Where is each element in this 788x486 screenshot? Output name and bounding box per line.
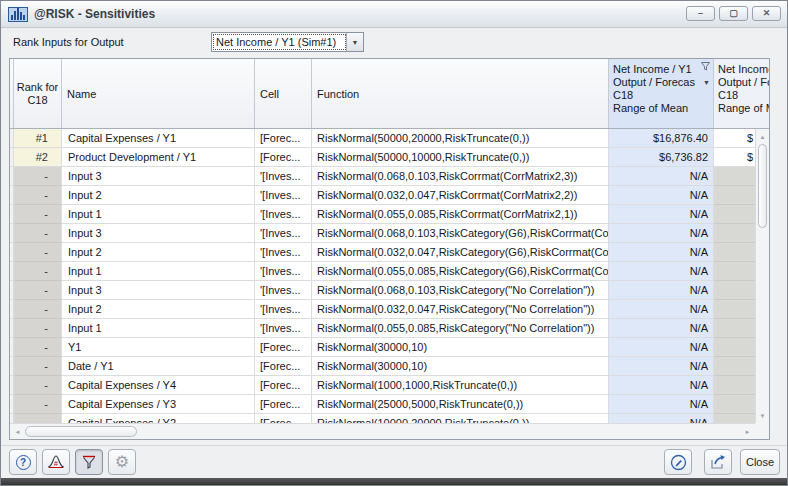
maximize-button[interactable]: ▢ bbox=[719, 6, 748, 21]
table-body: #1Capital Expenses / Y1[Forec...RiskNorm… bbox=[10, 129, 769, 423]
table-row[interactable]: -Input 3'[Inves...RiskNormal(0.068,0.103… bbox=[10, 167, 769, 186]
edit-report-button[interactable] bbox=[664, 449, 692, 475]
name-cell: Input 1 bbox=[62, 205, 255, 224]
cell-ref-cell: '[Inves... bbox=[255, 243, 312, 262]
cell-ref-cell: '[Inves... bbox=[255, 224, 312, 243]
bell-curve-icon: # bbox=[47, 454, 65, 470]
name-cell: Input 1 bbox=[62, 262, 255, 281]
column-header-output2[interactable]: Net Income / Output / For C18 Range of M… bbox=[714, 59, 769, 128]
sensitivities-table: Rank for C18 Name Cell Function Net Inco… bbox=[9, 58, 770, 440]
help-button[interactable]: ? bbox=[9, 449, 37, 475]
chevron-down-icon: ▼ bbox=[352, 39, 359, 46]
scroll-left-button[interactable]: ◄ bbox=[11, 424, 24, 439]
table-row[interactable]: -Capital Expenses / Y2[Forec...RiskNorma… bbox=[10, 414, 769, 423]
cell-ref-cell: [Forec... bbox=[255, 414, 312, 423]
range-of-mean-cell: N/A bbox=[609, 338, 714, 357]
table-row[interactable]: -Input 2'[Inves...RiskNormal(0.032,0.047… bbox=[10, 186, 769, 205]
rank-cell: - bbox=[14, 167, 62, 186]
filter-funnel-icon[interactable] bbox=[701, 61, 710, 74]
vertical-scrollbar[interactable]: ▲ ▼ bbox=[755, 129, 769, 423]
table-row[interactable]: -Input 1'[Inves...RiskNormal(0.055,0.085… bbox=[10, 262, 769, 281]
output1-line1: Net Income / Y1 bbox=[613, 63, 692, 76]
rank-cell: #2 bbox=[14, 148, 62, 167]
cell-ref-cell: '[Inves... bbox=[255, 167, 312, 186]
funnel-icon bbox=[81, 454, 97, 470]
range-of-mean-cell: N/A bbox=[609, 376, 714, 395]
column-header-output1[interactable]: Net Income / Y1 Output / Forecas C18 Ran… bbox=[609, 59, 714, 128]
horizontal-scrollbar[interactable]: ◄ ► bbox=[10, 423, 755, 439]
name-cell: Product Development / Y1 bbox=[62, 148, 255, 167]
filter-button[interactable] bbox=[75, 449, 103, 475]
maximize-icon: ▢ bbox=[729, 9, 738, 18]
table-row[interactable]: -Input 3'[Inves...RiskNormal(0.068,0.103… bbox=[10, 281, 769, 300]
name-cell: Capital Expenses / Y4 bbox=[62, 376, 255, 395]
export-arrow-icon bbox=[709, 454, 727, 470]
close-button[interactable]: Close bbox=[740, 449, 780, 475]
rank-header-line1: Rank for bbox=[17, 81, 59, 94]
rank-cell: - bbox=[14, 414, 62, 423]
table-row[interactable]: -Capital Expenses / Y4[Forec...RiskNorma… bbox=[10, 376, 769, 395]
column-header-rank[interactable]: Rank for C18 bbox=[14, 59, 62, 128]
rank-cell: - bbox=[14, 281, 62, 300]
table-header: Rank for C18 Name Cell Function Net Inco… bbox=[10, 59, 769, 129]
table-row[interactable]: -Date / Y1[Forec...RiskNormal(30000,10)N… bbox=[10, 357, 769, 376]
cell-ref-cell: [Forec... bbox=[255, 357, 312, 376]
help-icon: ? bbox=[16, 455, 31, 470]
table-row[interactable]: #1Capital Expenses / Y1[Forec...RiskNorm… bbox=[10, 129, 769, 148]
table-row[interactable]: -Input 1'[Inves...RiskNormal(0.055,0.085… bbox=[10, 319, 769, 338]
rank-cell: - bbox=[14, 224, 62, 243]
cell-ref-cell: '[Inves... bbox=[255, 262, 312, 281]
table-row[interactable]: -Y1[Forec...RiskNormal(30000,10)N/A bbox=[10, 338, 769, 357]
name-cell: Input 3 bbox=[62, 281, 255, 300]
table-row[interactable]: -Input 1'[Inves...RiskNormal(0.055,0.085… bbox=[10, 205, 769, 224]
range-of-mean-cell: N/A bbox=[609, 243, 714, 262]
function-cell: RiskNormal(30000,10) bbox=[312, 357, 609, 376]
table-row[interactable]: -Input 2'[Inves...RiskNormal(0.032,0.047… bbox=[10, 300, 769, 319]
name-cell: Capital Expenses / Y2 bbox=[62, 414, 255, 423]
rank-cell: - bbox=[14, 186, 62, 205]
table-row[interactable]: -Input 3'[Inves...RiskNormal(0.068,0.103… bbox=[10, 224, 769, 243]
rank-inputs-label: Rank Inputs for Output bbox=[13, 33, 124, 52]
table-row[interactable]: -Capital Expenses / Y3[Forec...RiskNorma… bbox=[10, 395, 769, 414]
function-cell: RiskNormal(0.055,0.085,RiskCorrmat(CorrM… bbox=[312, 205, 609, 224]
scroll-up-button[interactable]: ▲ bbox=[756, 130, 769, 143]
vertical-scroll-thumb[interactable] bbox=[758, 144, 767, 228]
export-button[interactable] bbox=[704, 449, 732, 475]
output-selector-value: Net Income / Y1 (Sim#1) bbox=[213, 34, 346, 50]
cell-ref-cell: '[Inves... bbox=[255, 300, 312, 319]
rank-cell: - bbox=[14, 376, 62, 395]
cell-ref-cell: [Forec... bbox=[255, 376, 312, 395]
column-header-cell[interactable]: Cell bbox=[255, 59, 312, 128]
window-close-button[interactable]: ✕ bbox=[752, 6, 781, 21]
range-of-mean-cell: $16,876.40 bbox=[609, 129, 714, 148]
titlebar[interactable]: @RISK - Sensitivities – ▢ ✕ bbox=[1, 1, 787, 28]
close-icon: ✕ bbox=[763, 9, 771, 18]
sort-arrow-icon[interactable]: ▼ bbox=[703, 76, 710, 89]
output-selector-dropdown-button[interactable]: ▼ bbox=[346, 33, 363, 51]
distribution-button[interactable]: # bbox=[42, 449, 70, 475]
table-row[interactable]: #2Product Development / Y1[Forec...RiskN… bbox=[10, 148, 769, 167]
output1-line4: Range of Mean bbox=[613, 102, 688, 115]
output-selector[interactable]: Net Income / Y1 (Sim#1) ▼ bbox=[211, 32, 364, 52]
function-cell: RiskNormal(0.032,0.047,RiskCategory(G6),… bbox=[312, 243, 609, 262]
cell-ref-cell: '[Inves... bbox=[255, 205, 312, 224]
name-cell: Input 3 bbox=[62, 224, 255, 243]
window-title: @RISK - Sensitivities bbox=[34, 1, 155, 27]
cell-ref-cell: [Forec... bbox=[255, 148, 312, 167]
horizontal-scroll-thumb[interactable] bbox=[25, 426, 137, 437]
scroll-down-button[interactable]: ▼ bbox=[756, 409, 769, 422]
table-row[interactable]: -Input 2'[Inves...RiskNormal(0.032,0.047… bbox=[10, 243, 769, 262]
rank-cell: - bbox=[14, 243, 62, 262]
column-header-function[interactable]: Function bbox=[312, 59, 609, 128]
range-of-mean-cell: N/A bbox=[609, 205, 714, 224]
column-header-name[interactable]: Name bbox=[62, 59, 255, 128]
scroll-right-button[interactable]: ► bbox=[741, 424, 754, 439]
rank-cell: - bbox=[14, 262, 62, 281]
output2-line2: Output / For bbox=[718, 76, 769, 89]
output2-line1: Net Income / bbox=[718, 63, 769, 76]
settings-button[interactable]: ⚙ bbox=[108, 449, 136, 475]
scrollbar-corner bbox=[755, 423, 769, 439]
rank-cell: - bbox=[14, 300, 62, 319]
minimize-button[interactable]: – bbox=[686, 6, 715, 21]
range-of-mean-cell: N/A bbox=[609, 395, 714, 414]
